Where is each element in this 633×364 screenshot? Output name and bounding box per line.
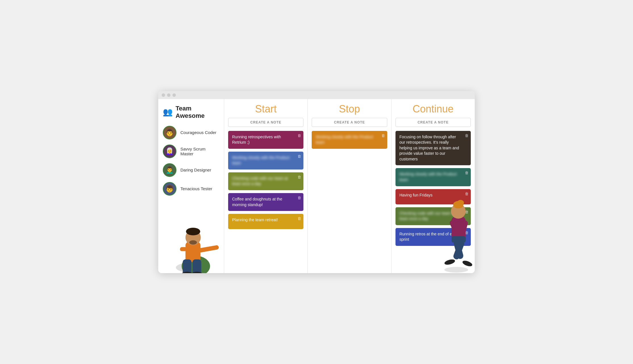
column-start-title: Start bbox=[228, 103, 303, 115]
main-content: 👥 Team Awesome 👨Courageous Coder👩‍🦳Savvy… bbox=[158, 99, 475, 273]
cards-stop: Working closely with the Product team🗑 bbox=[312, 131, 387, 152]
team-name: Team Awesome bbox=[176, 105, 219, 120]
team-header: 👥 Team Awesome bbox=[163, 105, 219, 120]
card-text: Planning the team retreat! bbox=[232, 217, 278, 222]
svg-point-22 bbox=[444, 258, 456, 265]
create-note-stop[interactable]: CREATE A NOTE bbox=[312, 118, 387, 127]
card-text: Coffee and doughnuts at the morning stan… bbox=[232, 197, 282, 207]
avatar-3: 👦 bbox=[163, 182, 176, 196]
avatar-1: 👩‍🦳 bbox=[163, 145, 176, 158]
sitting-person-illustration bbox=[158, 213, 224, 273]
delete-icon[interactable]: 🗑 bbox=[297, 133, 301, 138]
columns-area: Start CREATE A NOTE Running retrospectiv… bbox=[224, 99, 475, 273]
member-name-3: Tenacious Tester bbox=[180, 186, 212, 191]
svg-rect-8 bbox=[183, 260, 191, 273]
create-note-start[interactable]: CREATE A NOTE bbox=[228, 118, 303, 127]
column-continue-title: Continue bbox=[395, 103, 471, 115]
team-icon: 👥 bbox=[163, 107, 173, 117]
member-name-1: Savvy Scrum Master bbox=[180, 147, 219, 156]
note-card-cards-start-0[interactable]: Running retrospectives with Retrium ;)🗑 bbox=[228, 131, 303, 149]
note-card-cards-stop-0[interactable]: Working closely with the Product team🗑 bbox=[312, 131, 387, 149]
card-text: Having fun Fridays bbox=[399, 193, 433, 197]
column-stop-title: Stop bbox=[312, 103, 387, 115]
note-card-cards-continue-0[interactable]: Focusing on follow through after our ret… bbox=[395, 131, 471, 166]
svg-point-4 bbox=[186, 228, 200, 235]
svg-point-12 bbox=[444, 267, 468, 273]
delete-icon[interactable]: 🗑 bbox=[465, 133, 468, 138]
titlebar bbox=[158, 91, 475, 99]
note-card-cards-start-1[interactable]: Working closely with the Product team🗑 bbox=[228, 152, 303, 170]
svg-point-14 bbox=[462, 260, 473, 267]
card-text: Working closely with the Product team bbox=[316, 135, 373, 145]
member-name-2: Daring Designer bbox=[180, 168, 211, 172]
svg-point-5 bbox=[189, 240, 197, 245]
sidebar: 👥 Team Awesome 👨Courageous Coder👩‍🦳Savvy… bbox=[158, 99, 224, 273]
note-card-cards-start-2[interactable]: Checking code with our team at least onc… bbox=[228, 172, 303, 190]
avatar-0: 👨 bbox=[163, 126, 176, 139]
app-window: 👥 Team Awesome 👨Courageous Coder👩‍🦳Savvy… bbox=[158, 91, 475, 273]
note-card-cards-start-4[interactable]: Planning the team retreat!🗑 bbox=[228, 214, 303, 229]
svg-rect-7 bbox=[180, 247, 187, 251]
card-text: Working closely with the Product team bbox=[232, 155, 290, 166]
note-card-cards-start-3[interactable]: Coffee and doughnuts at the morning stan… bbox=[228, 193, 303, 211]
member-item-3[interactable]: 👦Tenacious Tester bbox=[163, 182, 219, 196]
member-item-1[interactable]: 👩‍🦳Savvy Scrum Master bbox=[163, 145, 219, 158]
svg-rect-6 bbox=[198, 245, 219, 253]
create-note-continue[interactable]: CREATE A NOTE bbox=[395, 118, 471, 127]
card-text: Running retrospectives with Retrium ;) bbox=[232, 135, 281, 145]
column-stop: Stop CREATE A NOTE Working closely with … bbox=[308, 99, 391, 273]
svg-rect-9 bbox=[193, 260, 201, 273]
avatar-2: 👨‍🦱 bbox=[163, 163, 176, 177]
delete-icon[interactable]: 🗑 bbox=[297, 216, 301, 221]
svg-point-18 bbox=[457, 200, 464, 206]
titlebar-dot-maximize[interactable] bbox=[172, 93, 176, 97]
cards-start: Running retrospectives with Retrium ;)🗑W… bbox=[228, 131, 303, 232]
member-item-2[interactable]: 👨‍🦱Daring Designer bbox=[163, 163, 219, 177]
member-item-0[interactable]: 👨Courageous Coder bbox=[163, 126, 219, 139]
titlebar-dot-minimize[interactable] bbox=[167, 93, 170, 97]
delete-icon[interactable]: 🗑 bbox=[297, 175, 301, 180]
titlebar-dot-close[interactable] bbox=[162, 93, 165, 97]
member-name-0: Courageous Coder bbox=[180, 130, 216, 135]
member-list: 👨Courageous Coder👩‍🦳Savvy Scrum Master👨‍… bbox=[163, 126, 219, 196]
column-start: Start CREATE A NOTE Running retrospectiv… bbox=[224, 99, 308, 273]
card-text: Checking code with our team at least onc… bbox=[232, 176, 288, 186]
card-text: Focusing on follow through after our ret… bbox=[399, 135, 459, 161]
delete-icon[interactable]: 🗑 bbox=[465, 170, 468, 175]
svg-rect-23 bbox=[451, 236, 466, 242]
column-continue: Continue CREATE A NOTE Focusing on follo… bbox=[392, 99, 475, 273]
delete-icon[interactable]: 🗑 bbox=[381, 133, 385, 138]
delete-icon[interactable]: 🗑 bbox=[297, 154, 301, 159]
walking-person-illustration bbox=[432, 179, 475, 273]
delete-icon[interactable]: 🗑 bbox=[297, 195, 301, 200]
